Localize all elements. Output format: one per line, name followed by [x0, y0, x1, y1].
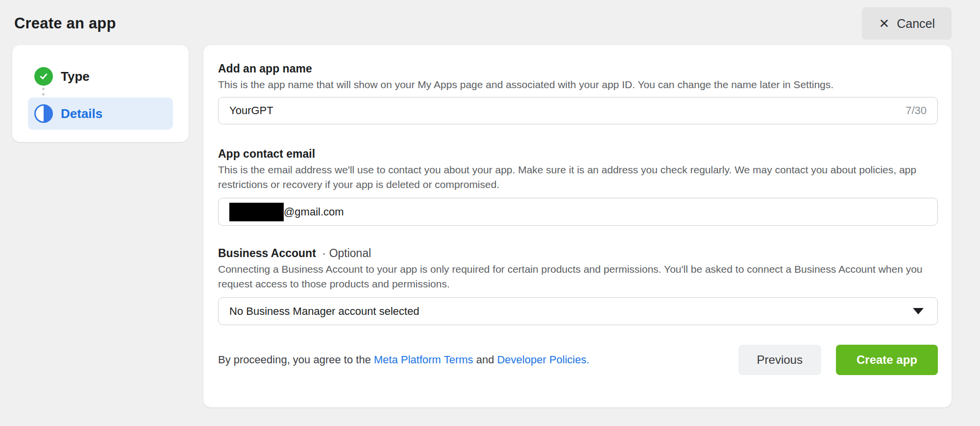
contact-email-section: App contact email This is the email addr… [218, 147, 938, 226]
agreement-middle: and [473, 354, 497, 366]
previous-button[interactable]: Previous [738, 345, 821, 375]
content-area: Type Details Add an app name This is the… [12, 45, 952, 407]
business-account-label: Business Account · Optional [218, 246, 938, 260]
step-details-label: Details [61, 106, 102, 121]
create-app-button[interactable]: Create app [836, 345, 938, 375]
chevron-down-icon [913, 308, 924, 314]
step-type[interactable]: Type [28, 67, 173, 86]
business-account-optional-suffix: · Optional [322, 247, 371, 260]
step-details[interactable]: Details [28, 97, 173, 130]
cancel-button[interactable]: ✕ Cancel [862, 7, 952, 40]
page-title: Create an app [12, 15, 116, 32]
step-connector [42, 88, 173, 95]
app-name-description: This is the app name that will show on y… [218, 77, 938, 92]
app-name-section: Add an app name This is the app name tha… [218, 62, 938, 124]
page-header: Create an app ✕ Cancel [12, 0, 952, 45]
app-name-label: Add an app name [218, 62, 938, 75]
email-domain-text: @gmail.com [284, 206, 344, 218]
form-footer: By proceeding, you agree to the Meta Pla… [218, 345, 938, 375]
details-form-card: Add an app name This is the app name tha… [203, 45, 952, 407]
business-account-selected-value: No Business Manager account selected [229, 305, 419, 318]
contact-email-input[interactable]: @gmail.com [218, 198, 938, 226]
half-circle-icon [34, 104, 53, 123]
business-account-section: Business Account · Optional Connecting a… [218, 246, 938, 325]
cancel-button-label: Cancel [897, 17, 935, 31]
check-circle-icon [34, 67, 53, 86]
app-name-char-counter: 7/30 [906, 104, 927, 117]
business-account-label-text: Business Account [218, 247, 316, 260]
business-account-select[interactable]: No Business Manager account selected [218, 297, 938, 325]
business-account-description: Connecting a Business Account to your ap… [218, 262, 938, 291]
connector-dot [42, 88, 45, 90]
app-name-input[interactable] [229, 104, 906, 117]
contact-email-description: This is the email address we'll use to c… [218, 163, 938, 192]
contact-email-label: App contact email [218, 147, 938, 161]
create-app-page: Create an app ✕ Cancel Type Deta [0, 0, 980, 426]
connector-dot [42, 93, 45, 95]
step-type-label: Type [61, 69, 90, 84]
agreement-prefix: By proceeding, you agree to the [218, 354, 374, 366]
developer-policies-link[interactable]: Developer Policies. [497, 354, 589, 366]
app-name-input-wrap: 7/30 [218, 97, 938, 124]
redacted-email-username [229, 203, 284, 221]
meta-platform-terms-link[interactable]: Meta Platform Terms [374, 354, 473, 366]
close-icon: ✕ [879, 17, 889, 30]
stepper-card: Type Details [12, 45, 189, 142]
agreement-text: By proceeding, you agree to the Meta Pla… [218, 354, 589, 366]
footer-actions: Previous Create app [738, 345, 938, 375]
